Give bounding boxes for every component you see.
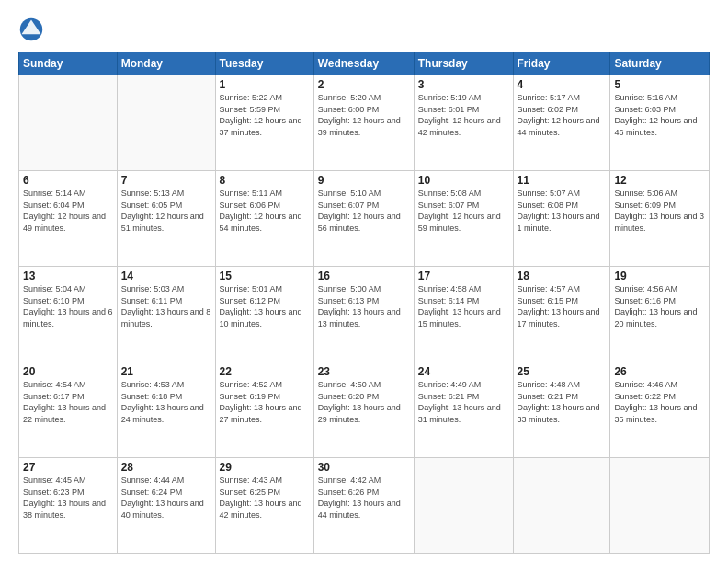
calendar-cell: 18Sunrise: 4:57 AMSunset: 6:15 PMDayligh…: [513, 267, 610, 362]
calendar-cell: 14Sunrise: 5:03 AMSunset: 6:11 PMDayligh…: [117, 267, 215, 362]
calendar-cell: 26Sunrise: 4:46 AMSunset: 6:22 PMDayligh…: [610, 362, 710, 458]
day-info: Sunrise: 5:04 AMSunset: 6:10 PMDaylight:…: [23, 283, 113, 329]
day-number: 22: [220, 365, 310, 378]
day-number: 19: [614, 270, 705, 282]
calendar-cell: 2Sunrise: 5:20 AMSunset: 6:00 PMDaylight…: [313, 75, 414, 171]
calendar-cell: 3Sunrise: 5:19 AMSunset: 6:01 PMDaylight…: [414, 75, 513, 171]
logo-icon: [18, 17, 44, 42]
calendar-cell: [19, 75, 118, 171]
day-info: Sunrise: 4:45 AMSunset: 6:23 PMDaylight:…: [23, 475, 113, 521]
calendar-cell: [610, 458, 710, 554]
weekday-wednesday: Wednesday: [313, 52, 414, 75]
calendar-row: 6Sunrise: 5:14 AMSunset: 6:04 PMDaylight…: [19, 171, 710, 267]
day-number: 28: [121, 461, 211, 474]
day-number: 14: [121, 270, 211, 282]
day-info: Sunrise: 5:20 AMSunset: 6:00 PMDaylight:…: [318, 92, 410, 138]
day-number: 21: [121, 365, 211, 378]
day-info: Sunrise: 4:46 AMSunset: 6:22 PMDaylight:…: [614, 379, 705, 425]
calendar-cell: 10Sunrise: 5:08 AMSunset: 6:07 PMDayligh…: [414, 171, 513, 267]
calendar-cell: 22Sunrise: 4:52 AMSunset: 6:19 PMDayligh…: [215, 362, 313, 458]
day-number: 1: [220, 78, 310, 91]
day-number: 23: [318, 365, 410, 378]
day-info: Sunrise: 4:58 AMSunset: 6:14 PMDaylight:…: [418, 283, 509, 329]
day-number: 24: [418, 365, 509, 378]
day-number: 4: [518, 78, 607, 91]
day-info: Sunrise: 5:22 AMSunset: 5:59 PMDaylight:…: [220, 92, 310, 138]
calendar-cell: 13Sunrise: 5:04 AMSunset: 6:10 PMDayligh…: [19, 267, 118, 362]
day-number: 10: [418, 174, 509, 187]
day-number: 13: [23, 270, 113, 282]
calendar-row: 1Sunrise: 5:22 AMSunset: 5:59 PMDaylight…: [19, 75, 710, 171]
weekday-saturday: Saturday: [610, 52, 710, 75]
day-number: 29: [220, 461, 310, 474]
day-info: Sunrise: 4:49 AMSunset: 6:21 PMDaylight:…: [418, 379, 509, 425]
calendar-cell: [117, 75, 215, 171]
day-info: Sunrise: 5:11 AMSunset: 6:06 PMDaylight:…: [220, 188, 310, 234]
day-info: Sunrise: 4:50 AMSunset: 6:20 PMDaylight:…: [318, 379, 410, 425]
calendar-cell: 12Sunrise: 5:06 AMSunset: 6:09 PMDayligh…: [610, 171, 710, 267]
weekday-monday: Monday: [117, 52, 215, 75]
day-info: Sunrise: 5:06 AMSunset: 6:09 PMDaylight:…: [614, 188, 705, 234]
day-info: Sunrise: 5:01 AMSunset: 6:12 PMDaylight:…: [220, 283, 310, 329]
calendar-row: 20Sunrise: 4:54 AMSunset: 6:17 PMDayligh…: [19, 362, 710, 458]
calendar-cell: 7Sunrise: 5:13 AMSunset: 6:05 PMDaylight…: [117, 171, 215, 267]
calendar-cell: [513, 458, 610, 554]
calendar-body: 1Sunrise: 5:22 AMSunset: 5:59 PMDaylight…: [19, 75, 710, 554]
weekday-tuesday: Tuesday: [215, 52, 313, 75]
weekday-friday: Friday: [513, 52, 610, 75]
day-info: Sunrise: 5:03 AMSunset: 6:11 PMDaylight:…: [121, 283, 211, 329]
calendar-cell: 28Sunrise: 4:44 AMSunset: 6:24 PMDayligh…: [117, 458, 215, 554]
day-number: 27: [23, 461, 113, 474]
calendar-cell: 17Sunrise: 4:58 AMSunset: 6:14 PMDayligh…: [414, 267, 513, 362]
calendar-cell: 29Sunrise: 4:43 AMSunset: 6:25 PMDayligh…: [215, 458, 313, 554]
weekday-thursday: Thursday: [414, 52, 513, 75]
day-number: 26: [614, 365, 705, 378]
day-info: Sunrise: 5:08 AMSunset: 6:07 PMDaylight:…: [418, 188, 509, 234]
day-number: 17: [418, 270, 509, 282]
day-info: Sunrise: 5:10 AMSunset: 6:07 PMDaylight:…: [318, 188, 410, 234]
day-info: Sunrise: 5:17 AMSunset: 6:02 PMDaylight:…: [518, 92, 607, 138]
logo: [18, 17, 48, 42]
day-number: 7: [121, 174, 211, 187]
day-info: Sunrise: 4:43 AMSunset: 6:25 PMDaylight:…: [220, 475, 310, 521]
day-number: 9: [318, 174, 410, 187]
calendar-cell: 6Sunrise: 5:14 AMSunset: 6:04 PMDaylight…: [19, 171, 118, 267]
calendar-cell: 8Sunrise: 5:11 AMSunset: 6:06 PMDaylight…: [215, 171, 313, 267]
calendar-row: 27Sunrise: 4:45 AMSunset: 6:23 PMDayligh…: [19, 458, 710, 554]
day-info: Sunrise: 4:53 AMSunset: 6:18 PMDaylight:…: [121, 379, 211, 425]
day-number: 2: [318, 78, 410, 91]
calendar-row: 13Sunrise: 5:04 AMSunset: 6:10 PMDayligh…: [19, 267, 710, 362]
day-info: Sunrise: 5:16 AMSunset: 6:03 PMDaylight:…: [614, 92, 705, 138]
page: SundayMondayTuesdayWednesdayThursdayFrid…: [0, 0, 728, 563]
day-info: Sunrise: 4:56 AMSunset: 6:16 PMDaylight:…: [614, 283, 705, 329]
calendar-cell: 1Sunrise: 5:22 AMSunset: 5:59 PMDaylight…: [215, 75, 313, 171]
header: [18, 17, 710, 42]
day-number: 5: [614, 78, 705, 91]
day-info: Sunrise: 4:44 AMSunset: 6:24 PMDaylight:…: [121, 475, 211, 521]
calendar-cell: [414, 458, 513, 554]
day-number: 6: [23, 174, 113, 187]
calendar-cell: 16Sunrise: 5:00 AMSunset: 6:13 PMDayligh…: [313, 267, 414, 362]
day-number: 30: [318, 461, 410, 474]
calendar-cell: 30Sunrise: 4:42 AMSunset: 6:26 PMDayligh…: [313, 458, 414, 554]
calendar-cell: 21Sunrise: 4:53 AMSunset: 6:18 PMDayligh…: [117, 362, 215, 458]
day-number: 18: [518, 270, 607, 282]
weekday-sunday: Sunday: [19, 52, 118, 75]
day-number: 20: [23, 365, 113, 378]
calendar-cell: 15Sunrise: 5:01 AMSunset: 6:12 PMDayligh…: [215, 267, 313, 362]
calendar-cell: 19Sunrise: 4:56 AMSunset: 6:16 PMDayligh…: [610, 267, 710, 362]
day-number: 16: [318, 270, 410, 282]
weekday-header: SundayMondayTuesdayWednesdayThursdayFrid…: [19, 52, 710, 75]
day-info: Sunrise: 5:13 AMSunset: 6:05 PMDaylight:…: [121, 188, 211, 234]
day-number: 3: [418, 78, 509, 91]
calendar-cell: 24Sunrise: 4:49 AMSunset: 6:21 PMDayligh…: [414, 362, 513, 458]
calendar-cell: 9Sunrise: 5:10 AMSunset: 6:07 PMDaylight…: [313, 171, 414, 267]
day-info: Sunrise: 4:57 AMSunset: 6:15 PMDaylight:…: [518, 283, 607, 329]
calendar-cell: 23Sunrise: 4:50 AMSunset: 6:20 PMDayligh…: [313, 362, 414, 458]
calendar-cell: 27Sunrise: 4:45 AMSunset: 6:23 PMDayligh…: [19, 458, 118, 554]
day-info: Sunrise: 4:54 AMSunset: 6:17 PMDaylight:…: [23, 379, 113, 425]
calendar-cell: 5Sunrise: 5:16 AMSunset: 6:03 PMDaylight…: [610, 75, 710, 171]
calendar-cell: 4Sunrise: 5:17 AMSunset: 6:02 PMDaylight…: [513, 75, 610, 171]
day-info: Sunrise: 5:19 AMSunset: 6:01 PMDaylight:…: [418, 92, 509, 138]
day-number: 11: [518, 174, 607, 187]
